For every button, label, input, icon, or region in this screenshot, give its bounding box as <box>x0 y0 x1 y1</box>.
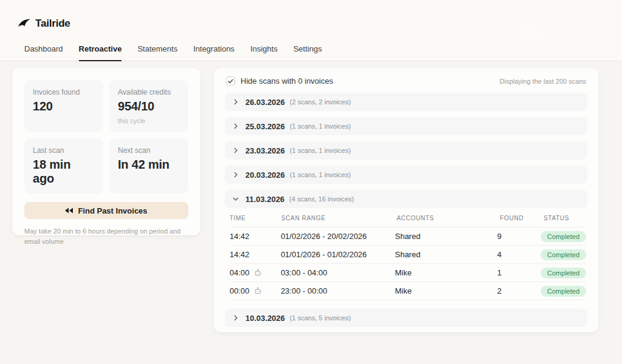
main-nav: Dashboard Retroactive Statements Integra… <box>24 44 322 61</box>
scan-range: 03:00 - 04:00 <box>281 268 395 277</box>
rewind-icon <box>65 207 73 214</box>
scan-group-summary: (4 scans, 16 invoices) <box>289 195 354 203</box>
col-header-accounts: ACCOUNTS <box>397 215 500 221</box>
stat-invoices-found: Invoices found 120 <box>24 80 103 132</box>
chevron-right-icon <box>233 315 239 321</box>
stat-label: Next scan <box>118 146 180 155</box>
status-badge: Completed <box>541 268 586 278</box>
scan-row: 04:00 03:00 - 04:00 Mike 1 Completed <box>230 264 586 282</box>
stat-label: Last scan <box>33 146 95 155</box>
find-past-invoices-button[interactable]: Find Past Invoices <box>24 202 188 219</box>
scan-group-header[interactable]: 25.03.2026 (1 scans, 1 invoices) <box>225 117 587 135</box>
scan-group-expanded: 11.03.2026 (4 scans, 16 invoices) TIME S… <box>225 190 587 302</box>
stat-label: Invoices found <box>33 88 95 96</box>
scan-account: Mike <box>395 268 497 277</box>
check-icon <box>228 79 233 84</box>
tab-retroactive[interactable]: Retroactive <box>79 44 122 61</box>
scan-account: Mike <box>395 286 497 295</box>
stats-panel: Invoices found 120 Available credits 954… <box>12 68 200 235</box>
scan-group-header[interactable]: 10.03.2026 (1 scans, 5 invoices) <box>225 309 587 327</box>
hide-zero-invoices-checkbox[interactable] <box>226 76 235 86</box>
scan-range: 01/02/2026 - 20/02/2026 <box>281 232 395 241</box>
col-header-scan-range: SCAN RANGE <box>281 215 397 221</box>
scan-row: 14:42 01/01/2026 - 01/02/2026 Shared 4 C… <box>230 246 586 264</box>
status-badge: Completed <box>541 231 586 242</box>
brand-logo[interactable]: Tailride <box>18 18 70 30</box>
scan-time: 14:42 <box>230 250 250 259</box>
ghost-placeholder <box>519 29 541 38</box>
scan-group-date: 26.03.2026 <box>245 98 285 107</box>
scan-found-count: 1 <box>497 268 541 277</box>
scan-row: 00:00 23:00 - 00:00 Mike 2 Completed <box>230 282 586 300</box>
scan-group-date: 23.03.2026 <box>245 146 285 155</box>
scan-group-summary: (1 scans, 5 invoices) <box>290 314 350 322</box>
tab-insights[interactable]: Insights <box>250 44 278 61</box>
scan-row: 14:42 01/02/2026 - 20/02/2026 Shared 9 C… <box>230 228 586 246</box>
chevron-right-icon <box>233 123 239 129</box>
scan-range: 01/01/2026 - 01/02/2026 <box>281 250 395 259</box>
scans-panel: Hide scans with 0 invoices Displaying th… <box>214 68 598 332</box>
scan-group-summary: (1 scans, 1 invoices) <box>290 147 350 154</box>
stat-value: In 42 min <box>118 158 180 172</box>
chevron-right-icon <box>233 99 239 105</box>
col-header-time: TIME <box>230 215 281 221</box>
stat-last-scan: Last scan 18 min ago <box>24 138 103 194</box>
scan-duration-note: May take 20 min to 6 hours depending on … <box>24 226 188 246</box>
col-header-status: STATUS <box>544 215 586 221</box>
stat-available-credits: Available credits 954/10 this cycle <box>109 80 188 132</box>
scan-group-header[interactable]: 20.03.2026 (1 scans, 1 invoices) <box>225 166 587 184</box>
scan-group: 20.03.2026 (1 scans, 1 invoices) <box>225 166 587 184</box>
scan-found-count: 2 <box>497 286 541 295</box>
chevron-down-icon <box>233 196 239 202</box>
hide-zero-invoices-label[interactable]: Hide scans with 0 invoices <box>241 76 333 86</box>
scan-account: Shared <box>395 232 497 241</box>
tab-statements[interactable]: Statements <box>137 44 177 61</box>
scan-group-header[interactable]: 11.03.2026 (4 scans, 16 invoices) <box>225 190 587 208</box>
scan-group-date: 20.03.2026 <box>245 170 285 180</box>
scan-found-count: 9 <box>497 232 541 241</box>
brand-name: Tailride <box>35 18 70 30</box>
status-badge: Completed <box>541 286 586 297</box>
scan-table-header: TIME SCAN RANGE ACCOUNTS FOUND STATUS <box>230 208 586 228</box>
stats-grid: Invoices found 120 Available credits 954… <box>24 80 188 194</box>
stat-value: 120 <box>33 99 95 113</box>
scan-group-date: 25.03.2026 <box>245 122 285 131</box>
status-badge: Completed <box>541 249 586 260</box>
scan-table: TIME SCAN RANGE ACCOUNTS FOUND STATUS 14… <box>225 208 587 302</box>
scan-group: 26.03.2026 (2 scans, 2 invoices) <box>225 93 587 111</box>
displaying-note: Displaying the last 200 scans <box>500 78 586 85</box>
scan-time: 00:00 <box>230 286 250 295</box>
robot-icon <box>254 287 262 295</box>
app-header: Tailride Dashboard Retroactive Statement… <box>0 0 622 61</box>
robot-icon <box>254 269 262 277</box>
scan-account: Shared <box>395 250 497 259</box>
tailride-bird-icon <box>18 18 31 29</box>
col-header-found: FOUND <box>500 215 544 221</box>
find-past-invoices-label: Find Past Invoices <box>78 206 147 215</box>
tab-settings[interactable]: Settings <box>293 44 322 61</box>
stat-value: 954/10 <box>118 99 180 113</box>
tab-dashboard[interactable]: Dashboard <box>24 44 63 61</box>
chevron-right-icon <box>233 147 239 153</box>
scan-group-header[interactable]: 23.03.2026 (1 scans, 1 invoices) <box>225 141 587 160</box>
scan-group-summary: (1 scans, 1 invoices) <box>290 171 350 178</box>
scan-group: 10.03.2026 (1 scans, 5 invoices) <box>225 309 587 327</box>
scan-group-header[interactable]: 26.03.2026 (2 scans, 2 invoices) <box>225 93 587 111</box>
scan-group: 23.03.2026 (1 scans, 1 invoices) <box>225 141 587 160</box>
scan-group-summary: (2 scans, 2 invoices) <box>290 98 350 106</box>
filter-row: Hide scans with 0 invoices Displaying th… <box>225 76 587 86</box>
scan-range: 23:00 - 00:00 <box>281 286 395 295</box>
scan-time: 04:00 <box>230 268 250 277</box>
scan-time: 14:42 <box>230 232 250 241</box>
tab-integrations[interactable]: Integrations <box>193 44 234 61</box>
scan-found-count: 4 <box>497 250 541 259</box>
scan-group-summary: (1 scans, 1 invoices) <box>290 123 350 130</box>
scan-group: 25.03.2026 (1 scans, 1 invoices) <box>225 117 587 135</box>
stat-value: 18 min ago <box>33 158 95 186</box>
scan-group-date: 11.03.2026 <box>245 195 284 204</box>
stat-next-scan: Next scan In 42 min <box>109 138 188 194</box>
stat-label: Available credits <box>118 88 180 96</box>
scan-group-date: 10.03.2026 <box>245 314 285 323</box>
chevron-right-icon <box>233 172 239 178</box>
stat-sublabel: this cycle <box>118 117 180 124</box>
